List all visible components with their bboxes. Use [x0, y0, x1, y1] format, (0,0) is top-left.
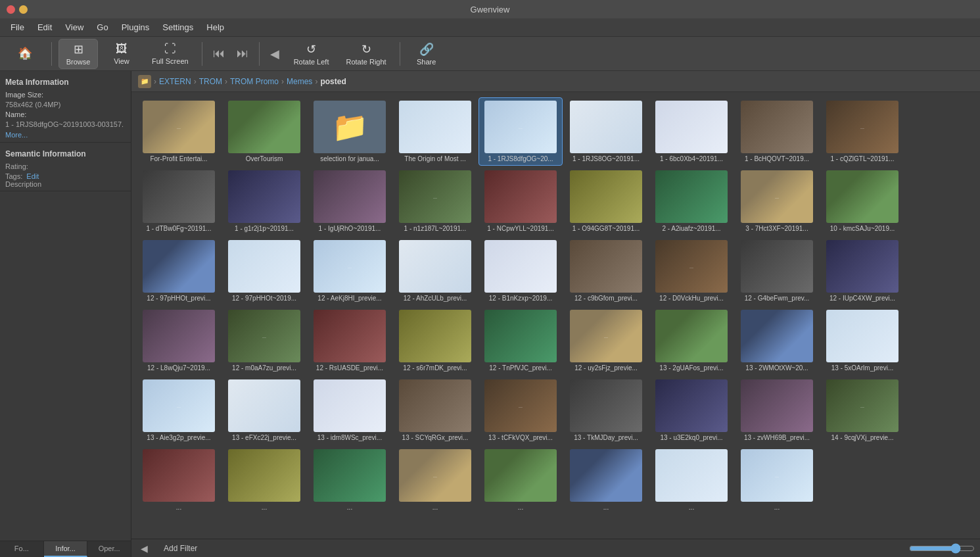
breadcrumb-trom-promo[interactable]: TROM Promo	[230, 77, 279, 86]
edit-tags-link[interactable]: Edit	[26, 172, 39, 180]
sidebar-tab-info[interactable]: Infor...	[44, 541, 88, 557]
file-name: 14 - 9cqjVXj_previe...	[826, 434, 898, 441]
nav-skip-back-button[interactable]: ⏮	[209, 44, 229, 63]
file-item[interactable]: 12 - IUpC4XW_previ...	[820, 237, 904, 305]
file-item[interactable]: 13 - 5xOArlm_previ...	[820, 306, 904, 375]
breadcrumb-icon: 📁	[138, 75, 151, 88]
file-item[interactable]: ...1 - cQZlGTL~20191...	[820, 97, 904, 166]
file-item[interactable]: 1 - BcHQOVT~2019...	[735, 97, 819, 166]
file-item[interactable]: 12 - 97pHHOt~2019...	[222, 237, 306, 305]
file-item[interactable]: 1 - NCpwYLL~20191...	[478, 167, 563, 235]
menu-view[interactable]: View	[60, 20, 89, 34]
file-thumbnail: ...	[314, 240, 386, 293]
menu-help[interactable]: Help	[201, 20, 229, 34]
home-button[interactable]: 🏠	[5, 43, 45, 64]
file-thumbnail	[484, 310, 557, 362]
add-filter-button[interactable]: Add Filter	[157, 542, 204, 555]
file-item[interactable]: 1 - dTBw0Fg~20191...	[137, 167, 221, 235]
file-thumbnail	[826, 240, 898, 293]
file-item[interactable]: 13 - eFXc22j_previe...	[222, 376, 306, 445]
share-button[interactable]: 🔗 Share	[407, 39, 446, 68]
file-item[interactable]: 13 - TkMJDay_previ...	[564, 376, 648, 445]
file-item[interactable]: 12 - TnPfVJC_previ...	[478, 306, 563, 375]
file-item[interactable]: 12 - RsUASDE_previ...	[308, 306, 392, 375]
rotate-right-button[interactable]: ↻ Rotate Right	[339, 39, 392, 68]
file-item[interactable]: 1 - 6bc0Xb4~20191...	[649, 97, 734, 166]
file-name: 12 - s6r7mDK_previ...	[399, 364, 471, 372]
file-item[interactable]: 1 - O94GG8T~20191...	[564, 167, 648, 235]
file-item[interactable]: ...12 - m0aA7zu_previ...	[222, 306, 306, 375]
file-item[interactable]: OverTourism	[222, 97, 306, 166]
bottom-nav-prev[interactable]: ◀	[137, 542, 152, 555]
breadcrumb-memes[interactable]: Memes	[287, 77, 312, 86]
file-item[interactable]: ...	[478, 446, 563, 514]
file-item[interactable]: ...	[137, 446, 221, 514]
file-item[interactable]: 10 - kmcSAJu~2019...	[820, 167, 904, 235]
file-item[interactable]: 13 - SCYqRGx_previ...	[393, 376, 477, 445]
fullscreen-label: Full Screen	[152, 57, 189, 65]
menu-go[interactable]: Go	[91, 20, 113, 34]
file-item[interactable]: ...12 - uy2sFjz_previe...	[564, 306, 648, 375]
file-item[interactable]: ...12 - D0VckHu_previ...	[649, 237, 734, 305]
file-item[interactable]: ...3 - 7Hct3XF~20191...	[735, 167, 819, 235]
file-name: 12 - L8wQju7~2019...	[143, 364, 215, 372]
content-area: Meta Information Image Size: 758x462 (0.…	[0, 71, 980, 557]
file-item[interactable]: 12 - AhZcULb_previ...	[393, 237, 477, 305]
file-item[interactable]: ...	[308, 446, 392, 514]
menu-file[interactable]: File	[5, 20, 30, 34]
breadcrumb-extern[interactable]: EXTERN	[159, 77, 191, 86]
file-item[interactable]: ......	[393, 446, 477, 514]
file-name: ...	[655, 504, 728, 511]
menu-settings[interactable]: Settings	[157, 20, 198, 34]
file-item[interactable]: 1 - 1RJS8OG~20191...	[564, 97, 648, 166]
sidebar-tab-folders[interactable]: Fo...	[0, 541, 44, 557]
breadcrumb-trom[interactable]: TROM	[199, 77, 222, 86]
file-item[interactable]: 12 - B1nKzxp~2019...	[478, 237, 563, 305]
nav-back-button[interactable]: ◀	[266, 44, 283, 64]
minimize-button[interactable]	[19, 5, 28, 14]
file-item[interactable]: ......	[735, 446, 819, 514]
menu-edit[interactable]: Edit	[32, 20, 57, 34]
file-item[interactable]: 13 - idm8WSc_previ...	[308, 376, 392, 445]
file-item[interactable]: ...13 - tCFkVQX_previ...	[478, 376, 563, 445]
file-item[interactable]: 1 - g1r2j1p~20191...	[222, 167, 306, 235]
file-item[interactable]: 13 - 2gUAFos_previ...	[649, 306, 734, 375]
file-item[interactable]: 13 - zvWH69B_previ...	[735, 376, 819, 445]
nav-skip-fwd-button[interactable]: ⏭	[233, 44, 252, 63]
file-item[interactable]: 13 - u3E2kq0_previ...	[649, 376, 734, 445]
file-item[interactable]: ...	[564, 446, 648, 514]
sidebar-tab-operations[interactable]: Oper...	[87, 541, 131, 557]
file-item[interactable]: ...1 - n1z187L~20191...	[393, 167, 477, 235]
file-item[interactable]: ...1 - 1RJS8dfgOG~20...	[478, 97, 563, 166]
view-button[interactable]: 🖼 View	[102, 39, 141, 68]
file-item[interactable]: 12 - G4beFwm_prev...	[735, 237, 819, 305]
file-item[interactable]: 12 - s6r7mDK_previ...	[393, 306, 477, 375]
file-item[interactable]: ...	[222, 446, 306, 514]
file-item[interactable]: 2 - A2iuafz~20191...	[649, 167, 734, 235]
menu-plugins[interactable]: Plugins	[116, 20, 155, 34]
close-button[interactable]	[7, 5, 15, 14]
file-item[interactable]: ...For-Profit Entertai...	[137, 97, 221, 166]
file-name: 1 - IgUjRhO~20191...	[314, 225, 386, 232]
file-item[interactable]: ...13 - Aie3g2p_previe...	[137, 376, 221, 445]
sidebar-tabs: Fo... Infor... Oper...	[0, 541, 131, 557]
file-item[interactable]: 📁selection for janua...	[308, 97, 392, 166]
breadcrumb-sep-4: ›	[315, 77, 317, 86]
rotate-left-button[interactable]: ↺ Rotate Left	[287, 39, 336, 68]
zoom-slider[interactable]	[909, 543, 975, 554]
file-item[interactable]: 12 - c9bGfom_previ...	[564, 237, 648, 305]
browse-button[interactable]: ⊞ Browse	[58, 39, 98, 69]
file-item[interactable]: 12 - 97pHHOt_previ...	[137, 237, 221, 305]
file-item[interactable]: 1 - IgUjRhO~20191...	[308, 167, 392, 235]
file-item[interactable]: 12 - L8wQju7~2019...	[137, 306, 221, 375]
file-item[interactable]: The Origin of Most ...	[393, 97, 477, 166]
file-name: 1 - cQZlGTL~20191...	[826, 155, 898, 162]
file-thumbnail	[228, 240, 300, 293]
file-item[interactable]: ...	[649, 446, 734, 514]
file-item[interactable]: ...14 - 9cqjVXj_previe...	[820, 376, 904, 445]
more-link[interactable]: More...	[5, 131, 28, 139]
fullscreen-button[interactable]: ⛶ Full Screen	[145, 39, 195, 68]
file-item[interactable]: ...12 - AeKj8HI_previe...	[308, 237, 392, 305]
file-item[interactable]: 13 - 2WMOtXW~20...	[735, 306, 819, 375]
tags-row: Tags: Edit	[5, 172, 126, 180]
